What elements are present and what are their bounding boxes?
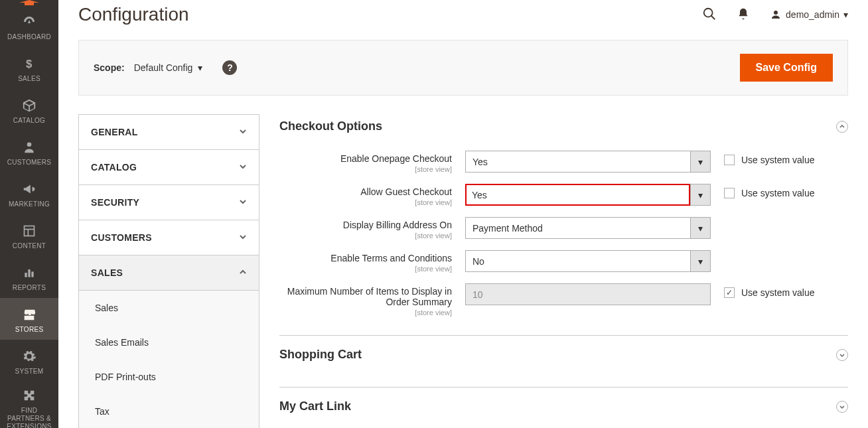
section-shopping-cart[interactable]: Shopping Cart	[279, 336, 848, 374]
chevron-down-icon	[239, 127, 247, 137]
checkbox-use-system[interactable]	[724, 155, 735, 165]
sidebar-item-marketing[interactable]: MARKETING	[0, 173, 58, 214]
config-nav-catalog[interactable]: CATALOG	[79, 150, 259, 185]
sidebar-item-reports[interactable]: REPORTS	[0, 256, 58, 298]
magento-logo[interactable]	[0, 0, 58, 5]
dollar-icon: $	[21, 55, 38, 72]
sidebar-label: CATALOG	[13, 117, 45, 124]
field-label: Maximum Number of Items to Display in Or…	[287, 286, 452, 307]
checkbox-use-system[interactable]	[724, 188, 735, 198]
field-label: Enable Terms and Conditions	[330, 253, 452, 263]
scope-bar: Scope: Default Config ▾ ? Save Config	[78, 40, 848, 96]
select-value: Payment Method	[466, 218, 690, 238]
svg-marker-0	[19, 0, 39, 5]
sidebar-label: STORES	[15, 326, 44, 333]
sidebar-item-stores[interactable]: STORES	[0, 298, 58, 340]
section-title: Shopping Cart	[279, 348, 362, 362]
section-my-cart-link[interactable]: My Cart Link	[279, 388, 848, 425]
chevron-down-icon: ▾	[690, 218, 710, 238]
topbar: Configuration demo_admin ▾	[78, 0, 848, 25]
svg-rect-7	[28, 269, 30, 277]
config-sub-pdf[interactable]: PDF Print-outs	[79, 360, 259, 394]
field-guest-checkout: Allow Guest Checkout [store view] Yes ▾ …	[279, 178, 848, 212]
field-enable-onepage: Enable Onepage Checkout [store view] Yes…	[279, 145, 848, 178]
sidebar-label: FIND PARTNERS & EXTENSIONS	[3, 407, 56, 428]
config-nav-label: GENERAL	[91, 127, 138, 137]
collapse-icon	[836, 121, 848, 133]
scope-label: Scope:	[94, 62, 125, 73]
scope-select[interactable]: Default Config ▾	[134, 62, 203, 73]
svg-text:$: $	[26, 58, 33, 70]
user-icon	[770, 9, 782, 21]
megaphone-icon	[21, 180, 38, 198]
field-label: Enable Onepage Checkout	[340, 153, 452, 164]
section-title: Checkout Options	[279, 119, 382, 133]
page-title: Configuration	[78, 4, 189, 25]
svg-rect-8	[31, 271, 33, 277]
svg-point-9	[704, 8, 713, 17]
chevron-up-icon	[239, 267, 247, 278]
chevron-down-icon: ▾	[690, 184, 710, 205]
sidebar-item-catalog[interactable]: CATALOG	[0, 89, 58, 131]
config-nav-general[interactable]: GENERAL	[79, 115, 259, 150]
chevron-down-icon: ▾	[843, 9, 848, 20]
bell-icon[interactable]	[737, 7, 750, 23]
config-sub-sales-emails[interactable]: Sales Emails	[79, 325, 259, 360]
field-terms-conditions: Enable Terms and Conditions [store view]…	[279, 245, 848, 278]
svg-point-11	[774, 11, 778, 15]
layout-icon	[21, 222, 38, 240]
sidebar-item-dashboard[interactable]: DASHBOARD	[0, 5, 58, 47]
select-guest-checkout[interactable]: Yes ▾	[465, 184, 711, 206]
scope-value: Default Config	[134, 62, 193, 73]
select-billing-address[interactable]: Payment Method ▾	[465, 217, 711, 239]
config-nav-customers[interactable]: CUSTOMERS	[79, 220, 259, 255]
sidebar-label: CUSTOMERS	[7, 159, 51, 166]
user-menu[interactable]: demo_admin ▾	[770, 9, 848, 21]
sidebar-item-content[interactable]: CONTENT	[0, 214, 58, 256]
checkbox-label: Use system value	[741, 287, 814, 298]
config-nav-sales[interactable]: SALES	[79, 255, 259, 291]
section-title: My Cart Link	[279, 399, 351, 413]
field-scope: [store view]	[279, 265, 452, 273]
config-nav-security[interactable]: SECURITY	[79, 185, 259, 220]
sidebar-label: DASHBOARD	[7, 33, 51, 40]
chart-icon	[21, 264, 38, 281]
chevron-down-icon	[239, 162, 247, 173]
search-icon[interactable]	[702, 7, 717, 23]
config-nav-label: CATALOG	[91, 162, 137, 173]
main-content: Configuration demo_admin ▾ Scope: Defaul…	[58, 0, 868, 428]
select-terms-conditions[interactable]: No ▾	[465, 250, 711, 272]
sidebar-item-partners[interactable]: FIND PARTNERS & EXTENSIONS	[0, 382, 58, 428]
checkbox-use-system[interactable]	[724, 287, 735, 298]
save-config-button[interactable]: Save Config	[740, 54, 833, 82]
field-scope: [store view]	[279, 309, 452, 317]
sidebar-item-sales[interactable]: $ SALES	[0, 47, 58, 89]
chevron-down-icon	[239, 232, 247, 243]
puzzle-icon	[21, 387, 38, 404]
config-panel: Checkout Options Enable Onepage Checkout…	[279, 114, 848, 428]
field-label: Allow Guest Checkout	[360, 186, 452, 197]
sidebar-item-customers[interactable]: CUSTOMERS	[0, 131, 58, 173]
field-billing-address: Display Billing Address On [store view] …	[279, 212, 848, 245]
input-max-items	[465, 283, 711, 305]
expand-icon	[836, 349, 848, 361]
chevron-down-icon: ▾	[690, 251, 710, 271]
person-icon	[21, 139, 38, 156]
config-sub-tax[interactable]: Tax	[79, 394, 259, 428]
select-enable-onepage[interactable]: Yes ▾	[465, 151, 711, 173]
chevron-down-icon: ▾	[690, 151, 710, 172]
sidebar-item-system[interactable]: SYSTEM	[0, 340, 58, 382]
admin-sidebar: DASHBOARD $ SALES CATALOG CUSTOMERS MARK…	[0, 0, 58, 428]
sidebar-label: SYSTEM	[15, 368, 44, 375]
help-icon[interactable]: ?	[222, 60, 237, 75]
config-sub-sales[interactable]: Sales	[79, 291, 259, 325]
section-checkout-options[interactable]: Checkout Options	[279, 114, 848, 145]
svg-rect-6	[25, 273, 27, 277]
config-nav-label: CUSTOMERS	[91, 232, 152, 243]
checkbox-label: Use system value	[741, 188, 814, 198]
dashboard-icon	[21, 13, 38, 31]
field-scope: [store view]	[279, 232, 452, 240]
chevron-down-icon	[239, 197, 247, 208]
select-value: Yes	[466, 151, 690, 172]
box-icon	[21, 97, 38, 114]
